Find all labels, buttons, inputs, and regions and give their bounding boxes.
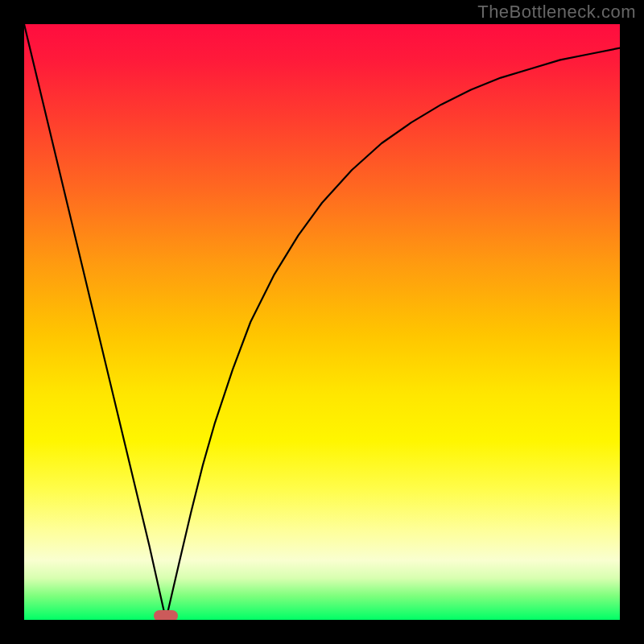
- minimum-marker: [154, 610, 178, 620]
- chart-frame: TheBottleneck.com: [0, 0, 644, 644]
- watermark-text: TheBottleneck.com: [477, 2, 636, 23]
- bottleneck-curve: [24, 24, 620, 620]
- plot-area: [24, 24, 620, 620]
- curve-svg: [24, 24, 620, 620]
